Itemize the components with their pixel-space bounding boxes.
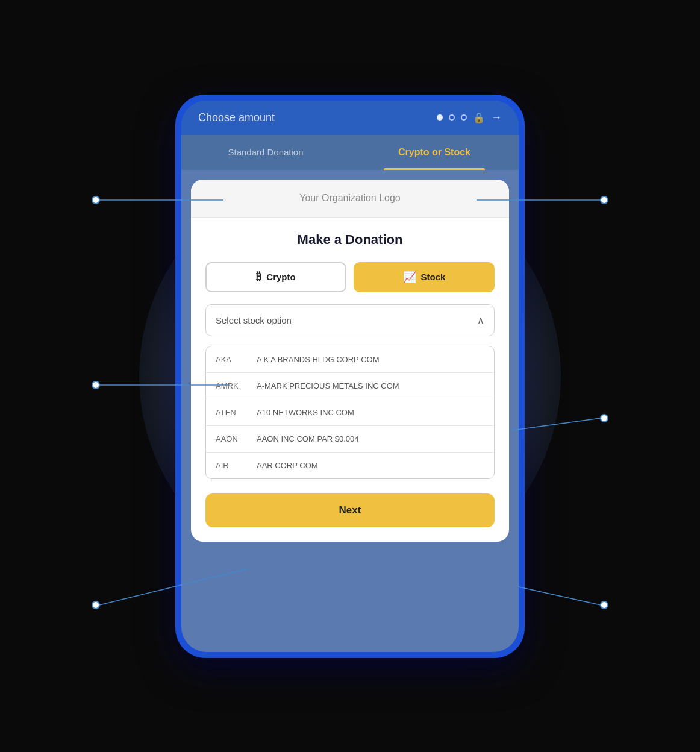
device-inner: Choose amount 🔒 → Standard Donation Cryp… bbox=[181, 101, 519, 652]
donation-content: Make a Donation ₿ Crypto 📈 Stock bbox=[191, 218, 509, 542]
name-aaon: AAON INC COM PAR $0.004 bbox=[257, 434, 359, 443]
name-aka: A K A BRANDS HLDG CORP COM bbox=[257, 355, 379, 364]
name-aten: A10 NETWORKS INC COM bbox=[257, 408, 354, 417]
crypto-button[interactable]: ₿ Crypto bbox=[205, 262, 346, 292]
stock-item-amrk[interactable]: AMRK A-MARK PRECIOUS METALS INC COM bbox=[206, 373, 494, 400]
donation-title: Make a Donation bbox=[205, 232, 495, 248]
stock-item-aka[interactable]: AKA A K A BRANDS HLDG CORP COM bbox=[206, 346, 494, 373]
name-amrk: A-MARK PRECIOUS METALS INC COM bbox=[257, 381, 399, 390]
tabs-row: Standard Donation Crypto or Stock bbox=[181, 135, 519, 170]
device-frame: Choose amount 🔒 → Standard Donation Cryp… bbox=[175, 95, 525, 658]
tab-crypto-or-stock[interactable]: Crypto or Stock bbox=[350, 135, 519, 170]
next-button[interactable]: Next bbox=[205, 494, 495, 527]
svg-point-2 bbox=[92, 601, 99, 609]
ticker-air: AIR bbox=[216, 461, 245, 470]
ticker-amrk: AMRK bbox=[216, 381, 245, 390]
chart-icon: 📈 bbox=[403, 271, 416, 284]
svg-point-0 bbox=[92, 381, 99, 389]
svg-point-4 bbox=[601, 415, 608, 422]
stock-item-aten[interactable]: ATEN A10 NETWORKS INC COM bbox=[206, 400, 494, 426]
forward-icon: → bbox=[491, 111, 502, 124]
select-placeholder: Select stock option bbox=[216, 315, 292, 325]
page-title: Choose amount bbox=[198, 111, 275, 124]
ticker-aaon: AAON bbox=[216, 434, 245, 443]
ticker-aka: AKA bbox=[216, 355, 245, 364]
svg-point-8 bbox=[92, 196, 99, 204]
stock-item-air[interactable]: AIR AAR CORP COM bbox=[206, 453, 494, 478]
lock-icon: 🔒 bbox=[473, 112, 485, 124]
svg-point-10 bbox=[601, 196, 608, 204]
stock-list: AKA A K A BRANDS HLDG CORP COM AMRK A-MA… bbox=[205, 346, 495, 479]
card-area: Your Organization Logo Make a Donation ₿… bbox=[181, 170, 519, 652]
progress-dot-2 bbox=[449, 114, 455, 121]
svg-point-6 bbox=[601, 601, 608, 609]
top-bar: Choose amount 🔒 → bbox=[181, 101, 519, 135]
progress-dot-3 bbox=[461, 114, 467, 121]
ticker-aten: ATEN bbox=[216, 408, 245, 417]
chevron-up-icon: ∧ bbox=[477, 315, 484, 326]
main-card: Your Organization Logo Make a Donation ₿… bbox=[191, 180, 509, 542]
stock-item-aaon[interactable]: AAON AAON INC COM PAR $0.004 bbox=[206, 426, 494, 453]
top-bar-icons: 🔒 → bbox=[437, 111, 502, 124]
name-air: AAR CORP COM bbox=[257, 461, 318, 470]
bitcoin-icon: ₿ bbox=[256, 271, 261, 283]
stock-select-dropdown[interactable]: Select stock option ∧ bbox=[205, 304, 495, 336]
stock-button[interactable]: 📈 Stock bbox=[354, 262, 495, 292]
tab-standard-donation[interactable]: Standard Donation bbox=[181, 135, 350, 170]
logo-area: Your Organization Logo bbox=[191, 180, 509, 218]
org-logo-placeholder: Your Organization Logo bbox=[299, 193, 401, 203]
progress-dot-1 bbox=[437, 114, 443, 121]
svg-line-7 bbox=[519, 587, 601, 605]
toggle-row: ₿ Crypto 📈 Stock bbox=[205, 262, 495, 292]
